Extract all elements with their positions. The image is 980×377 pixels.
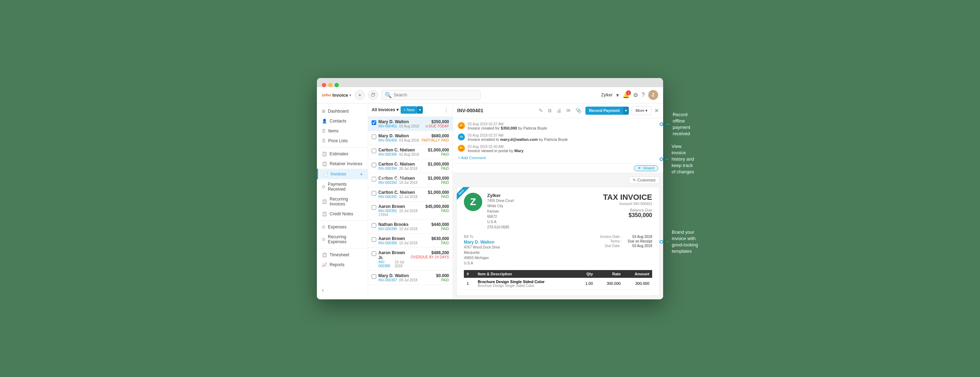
- sidebar-label-payments: Payments Received: [328, 182, 363, 192]
- sidebar-item-dashboard[interactable]: ⊞ Dashboard: [317, 106, 368, 116]
- sidebar-label-price-lists: Price Lists: [328, 138, 348, 143]
- activity-section: 🔔 03 Aug 2018 02:37 AM Invoice created f…: [453, 118, 663, 164]
- record-payment-arrow[interactable]: ▾: [623, 107, 629, 115]
- sidebar-item-timesheet[interactable]: 📋 Timesheet: [317, 250, 368, 260]
- table-row[interactable]: Aaron Brown Jr. INV-000388 10 Jul 2018 $…: [368, 248, 453, 271]
- bill-to-address: 4767 Wood Duck DriveMarquette49855 Michi…: [464, 245, 593, 266]
- row-checkbox[interactable]: [372, 205, 376, 210]
- table-row[interactable]: Carlton C. Nielsen INV-000395 02 Aug 201…: [368, 145, 453, 159]
- activity-icon: ✉: [458, 133, 465, 141]
- sidebar-item-recurring-expenses[interactable]: ⊙ Recurring Expenses: [317, 232, 368, 247]
- tax-invoice-title: TAX INVOICE: [603, 193, 652, 202]
- recurring-exp-icon: ⊙: [322, 237, 325, 242]
- sidebar-collapse-button[interactable]: ‹: [317, 284, 368, 296]
- invoice-top: Z Zylker 7455 Drew CourtWhite CityKansas…: [464, 193, 652, 230]
- sidebar-item-estimates[interactable]: 📋 Estimates: [317, 149, 368, 159]
- attach-button[interactable]: 📎: [574, 107, 582, 114]
- add-button[interactable]: +: [355, 90, 364, 100]
- activity-icon: 🔔: [458, 145, 465, 152]
- sidebar-label-credit-notes: Credit Notes: [329, 211, 353, 216]
- sidebar-label-estimates: Estimates: [329, 151, 348, 156]
- traffic-light-green[interactable]: [334, 83, 339, 87]
- credit-notes-icon: 📋: [322, 211, 327, 216]
- company-address: 7455 Drew CourtWhite CityKansas66872U.S.…: [487, 198, 598, 230]
- table-row[interactable]: Carlton C. Nielsen INV-000392 12 Jul 201…: [368, 187, 453, 201]
- sent-label: Sent: [457, 187, 469, 201]
- invoice-title: INV-000401: [457, 108, 535, 113]
- annotation-right-3: Brand your invoice with good-looking tem…: [660, 229, 699, 255]
- items-icon: ☰: [322, 128, 326, 133]
- customize-icon: ✎: [633, 178, 636, 182]
- close-button[interactable]: ✕: [654, 107, 659, 114]
- customize-bar: ✎ Customize: [457, 176, 660, 184]
- timesheet-icon: 📋: [322, 252, 327, 257]
- estimates-icon: 📋: [322, 151, 327, 156]
- sidebar-item-price-lists[interactable]: ☰ Price Lists: [317, 136, 368, 146]
- record-payment-button[interactable]: Record Payment: [585, 107, 623, 115]
- sidebar-item-invoices[interactable]: 📄 Invoices +: [317, 169, 368, 179]
- sidebar-item-expenses[interactable]: ⊙ Expenses: [317, 222, 368, 232]
- invoice-dates: Invoice Date : 03 Aug 2018 Terms : Due o…: [600, 235, 652, 266]
- search-bar[interactable]: 🔍: [382, 90, 480, 100]
- app-name: Invoice: [332, 92, 348, 98]
- contacts-icon: 👤: [322, 119, 327, 124]
- annotation-right-2: View invoice history and keep track of c…: [660, 143, 697, 176]
- table-header-num: #: [464, 270, 475, 278]
- print-button[interactable]: 🖨: [555, 107, 562, 114]
- sidebar-label-invoices: Invoices: [331, 171, 346, 176]
- list-options-button[interactable]: ⋮: [443, 107, 449, 113]
- row-checkbox[interactable]: [372, 237, 376, 242]
- sidebar-item-reports[interactable]: 📈 Reports: [317, 260, 368, 270]
- org-chevron-icon[interactable]: ▾: [616, 92, 619, 98]
- add-comment-button[interactable]: + Add Comment: [458, 156, 658, 160]
- row-checkbox[interactable]: [372, 274, 376, 279]
- search-icon: 🔍: [385, 92, 392, 98]
- row-checkbox[interactable]: [372, 223, 376, 228]
- activity-row: 🔔 03 Aug 2018 02:40 AM Invoice viewed in…: [458, 144, 658, 153]
- search-input[interactable]: [393, 92, 477, 97]
- table-header-amount: Amount: [624, 270, 652, 278]
- traffic-light-yellow[interactable]: [328, 83, 332, 87]
- table-row[interactable]: Nathan Brooks INV-000390 10 Jul 2018 $44…: [368, 220, 453, 234]
- clone-button[interactable]: ⧉: [547, 107, 552, 115]
- edit-button[interactable]: ✎: [538, 107, 544, 114]
- sidebar-item-credit-notes[interactable]: 📋 Credit Notes: [317, 209, 368, 219]
- sidebar-item-recurring-invoices[interactable]: 📋 Recurring Invoices: [317, 194, 368, 209]
- table-row[interactable]: Mary D. Walton INV-000401 03 Aug 2018 $3…: [368, 117, 453, 131]
- table-row[interactable]: Mary D. Walton INV-000387 09 Jul 2018 $0…: [368, 271, 453, 285]
- notifications-button[interactable]: 🔔 1: [622, 92, 630, 98]
- top-nav: zoho Invoice ▾ + ⏱ 🔍 Zylker ▾ 🔔 1: [317, 87, 663, 103]
- row-checkbox[interactable]: [372, 191, 376, 196]
- email-button[interactable]: ✉: [565, 107, 572, 114]
- sidebar-item-retainer-invoices[interactable]: 📋 Retainer Invoices: [317, 159, 368, 169]
- sidebar-item-payments-received[interactable]: ⊙ Payments Received: [317, 179, 368, 194]
- history-button[interactable]: ⏱: [368, 90, 378, 100]
- help-icon[interactable]: ?: [641, 92, 645, 98]
- more-button[interactable]: More ▾: [632, 106, 651, 115]
- sidebar-item-contacts[interactable]: 👤 Contacts: [317, 116, 368, 126]
- customize-button[interactable]: ✎ Customize: [629, 176, 660, 184]
- traffic-light-red[interactable]: [322, 83, 326, 87]
- avatar[interactable]: Z: [648, 90, 658, 100]
- recurring-inv-icon: 📋: [322, 199, 327, 204]
- record-payment-group: Record Payment ▾: [585, 107, 629, 115]
- sidebar-label-retainer: Retainer Invoices: [329, 161, 363, 166]
- row-checkbox[interactable]: [372, 120, 376, 125]
- table-row[interactable]: Mary D. Walton INV-000400 03 Aug 2018 $6…: [368, 131, 453, 145]
- table-row[interactable]: Aaron Brown INV-000389 10 Jul 2018 $630,…: [368, 234, 453, 248]
- row-checkbox[interactable]: [372, 251, 376, 256]
- row-checkbox[interactable]: [372, 163, 376, 167]
- new-button-arrow[interactable]: ▾: [417, 106, 423, 114]
- table-row[interactable]: Aaron Brown INV-000391 10 Jul 2018 17654…: [368, 201, 453, 220]
- sidebar-item-items[interactable]: ☰ Items: [317, 126, 368, 136]
- invoices-add-icon[interactable]: +: [360, 171, 363, 177]
- app-chevron-icon[interactable]: ▾: [349, 93, 351, 97]
- row-checkbox[interactable]: [372, 149, 376, 153]
- org-name: Zylker: [601, 92, 612, 97]
- settings-icon[interactable]: ⚙: [633, 92, 638, 98]
- row-checkbox[interactable]: [372, 135, 376, 139]
- sidebar-label-recurring-exp: Recurring Expenses: [328, 234, 363, 244]
- new-button[interactable]: + New: [401, 106, 418, 114]
- filter-dropdown[interactable]: All Invoices ▾: [372, 107, 398, 112]
- sidebar-label-expenses: Expenses: [328, 225, 347, 230]
